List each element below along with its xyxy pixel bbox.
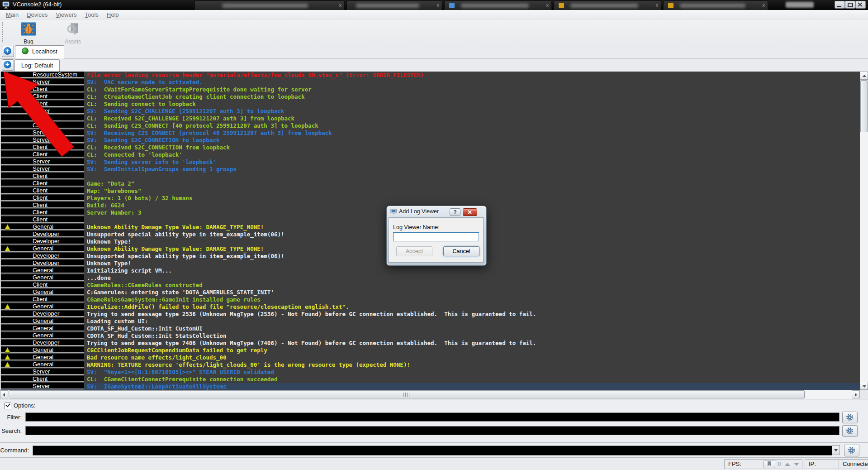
- accept-button[interactable]: Accept: [396, 246, 432, 256]
- horizontal-scroll-thumb[interactable]: [9, 390, 805, 398]
- scroll-right-button[interactable]: [852, 390, 860, 398]
- channel-label: General: [33, 267, 53, 273]
- bookmark-prev-button[interactable]: [785, 463, 790, 466]
- bookmark-next-button[interactable]: [794, 463, 799, 466]
- channel-label: Client: [33, 296, 47, 302]
- log-message: File error loading resource header "mate…: [87, 72, 861, 79]
- log-row[interactable]: ClientCL: CCreateGameClientJob creating …: [1, 93, 861, 101]
- log-row[interactable]: ClientCL: CWaitForGameServerStartupPrere…: [1, 86, 861, 93]
- log-row[interactable]: Client: [1, 173, 861, 180]
- log-row[interactable]: ClientCL: Sending C2S_CONNECT [40 protoc…: [1, 122, 861, 129]
- log-row[interactable]: ClientCGameRulesGameSystem::GameInit ins…: [1, 296, 861, 303]
- close-button[interactable]: [855, 1, 866, 9]
- background-browser-tab: x: [444, 0, 552, 10]
- log-channel-cell: Client: [1, 151, 84, 158]
- log-row[interactable]: ClientCL: Received S2C_CONNECTION from l…: [1, 144, 861, 151]
- log-channel-cell: Developer: [1, 340, 84, 346]
- scroll-down-button[interactable]: [860, 382, 868, 390]
- dialog-help-button[interactable]: ?: [450, 208, 460, 216]
- dialog-close-button[interactable]: [463, 208, 477, 216]
- log-row[interactable]: GeneralCDOTA_SF_Hud_Custom::Init CustomU…: [1, 325, 861, 332]
- command-history-dropdown[interactable]: [832, 445, 840, 455]
- channel-label: Client: [33, 122, 47, 129]
- scroll-up-button[interactable]: [860, 72, 868, 80]
- bookmark-button[interactable]: [764, 460, 775, 468]
- log-row[interactable]: ServerSV: SendInitialSpawnGroups sending…: [1, 166, 861, 173]
- channel-label: Developer: [33, 259, 59, 266]
- log-vertical-scrollbar[interactable]: [860, 72, 868, 390]
- log-row[interactable]: GeneralInitializing script VM...: [1, 267, 861, 274]
- log-row[interactable]: ServerSV: Sending S2C_CHALLENGE [2599121…: [1, 108, 861, 115]
- channel-label: General: [33, 223, 53, 230]
- log-row[interactable]: ClientCL: CGameClientConnectPrerequisite…: [1, 376, 861, 383]
- search-input[interactable]: [25, 426, 840, 435]
- channel-label: General: [33, 245, 53, 252]
- log-row[interactable]: General...done: [1, 274, 861, 282]
- log-row[interactable]: GeneralCDOTA_SF_Hud_Custom::Init StatsCo…: [1, 332, 861, 340]
- log-row[interactable]: GeneralC:Gamerules: entering state 'DOTA…: [1, 289, 861, 296]
- log-tab-strip: + Log: Default: [0, 58, 868, 72]
- command-label: Command:: [0, 447, 29, 454]
- log-row[interactable]: GeneralCGCClientJobRequestCompendiumData…: [1, 347, 861, 354]
- log-channel-cell: General: [1, 361, 84, 368]
- log-row[interactable]: DeveloperTrying to send message type 740…: [1, 340, 861, 347]
- log-row[interactable]: ServerSV: Sending server info to 'loopba…: [1, 158, 861, 166]
- gear-icon: [846, 427, 854, 435]
- channel-label: Client: [33, 375, 47, 382]
- bug-button[interactable]: Bug: [17, 22, 40, 43]
- options-checkbox[interactable]: [5, 403, 11, 409]
- log-row[interactable]: ClientCL: Sending connect to loopback: [1, 101, 861, 108]
- log-row[interactable]: ClientCGameRules::CGameRules constructed: [1, 282, 861, 289]
- connection-status: Connected: [839, 459, 868, 469]
- filter-settings-button[interactable]: [842, 412, 858, 423]
- channel-label: General: [33, 303, 53, 310]
- log-message: CDOTA_SF_Hud_Custom::Init StatsCollectio…: [87, 332, 861, 340]
- fps-status: FPS: Inactive: [724, 459, 766, 469]
- log-row[interactable]: ResourceSystemFile error loading resourc…: [1, 72, 861, 79]
- log-row[interactable]: GeneralWARNING: TEXTURE resource 'effect…: [1, 361, 861, 369]
- log-row[interactable]: ServerSV: "Noya<1><[U:1:86718505]><>" ST…: [1, 369, 861, 376]
- log-row[interactable]: DeveloperTrying to send message type 253…: [1, 311, 861, 318]
- add-log-viewer-button[interactable]: +: [2, 59, 14, 71]
- log-row[interactable]: ClientMap: "barebones": [1, 187, 861, 195]
- menu-item-main[interactable]: Main: [2, 10, 23, 19]
- cancel-button[interactable]: Cancel: [443, 246, 479, 256]
- maximize-button[interactable]: [845, 1, 855, 9]
- log-row[interactable]: ServerSV: IGameSystem2::LoopActivateAllS…: [1, 383, 861, 390]
- vertical-scroll-thumb[interactable]: [860, 80, 868, 132]
- tab-log-default[interactable]: Log: Default: [14, 59, 60, 72]
- channel-label: Developer: [33, 339, 59, 346]
- tab-localhost[interactable]: Localhost: [15, 45, 64, 58]
- log-horizontal-scrollbar[interactable]: [0, 390, 860, 399]
- log-row[interactable]: ServerSV: VAC secure mode is activated.: [1, 79, 861, 86]
- command-input[interactable]: [33, 446, 832, 456]
- menu-item-help[interactable]: Help: [103, 10, 123, 19]
- command-settings-button[interactable]: [844, 445, 859, 456]
- search-settings-button[interactable]: [842, 425, 858, 437]
- log-row[interactable]: GeneralLoading custom UI:: [1, 318, 861, 325]
- channel-label: Client: [33, 216, 47, 223]
- log-channel-cell: Developer: [1, 311, 84, 317]
- tab-favicon: [668, 3, 674, 8]
- log-channel-cell: General: [1, 224, 84, 230]
- minimize-button[interactable]: [835, 1, 845, 9]
- vconsole-window: VConsole2 (64-bit) xxxxx MainDevicesView…: [0, 0, 868, 470]
- filter-input[interactable]: [25, 412, 840, 422]
- menu-item-viewers[interactable]: Viewers: [52, 10, 81, 19]
- log-row[interactable]: ServerSV: Sending S2C_CONNECTION to loop…: [1, 137, 861, 144]
- scroll-left-button[interactable]: [0, 390, 8, 398]
- log-row[interactable]: GeneralBad resource name effects/light_c…: [1, 354, 861, 361]
- log-row[interactable]: ClientCL: Connected to 'loopback': [1, 151, 861, 158]
- add-log-viewer-dialog: Add Log Viewer ? Log Viewer Name: Accept…: [386, 206, 487, 266]
- log-row[interactable]: GeneralILocalize::AddFile() failed to lo…: [1, 303, 861, 311]
- log-viewer-name-input[interactable]: [393, 232, 479, 241]
- menu-item-devices[interactable]: Devices: [23, 10, 52, 19]
- toolbar-grip[interactable]: [1, 22, 4, 43]
- log-row[interactable]: ClientPlayers: 1 (0 bots) / 32 humans: [1, 195, 861, 202]
- log-row[interactable]: ServerSV: Receiving C2S_CONNECT [protoco…: [1, 129, 861, 137]
- log-channel-cell: Developer: [1, 260, 84, 266]
- add-connection-button[interactable]: +: [2, 46, 14, 57]
- log-row[interactable]: ClientCL: Received S2C_CHALLENGE [259912…: [1, 115, 861, 122]
- menu-item-tools[interactable]: Tools: [81, 10, 102, 19]
- log-row[interactable]: ClientGame: "Dota 2": [1, 180, 861, 187]
